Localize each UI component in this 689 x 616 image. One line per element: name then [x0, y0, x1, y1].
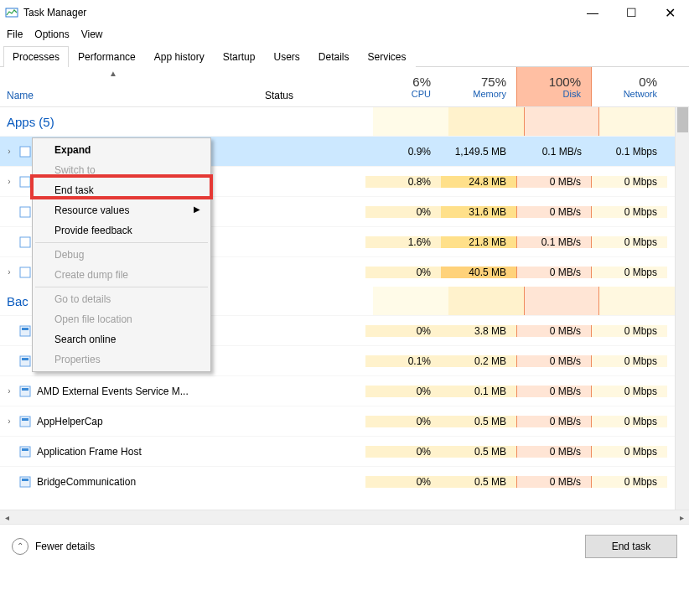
chevron-right-icon: › [5, 417, 13, 426]
cell-cpu: 0.8% [365, 176, 441, 188]
ctx-provide-feedback[interactable]: Provide feedback [34, 220, 209, 241]
cell-network: 0 Mbps [592, 267, 667, 278]
ctx-expand[interactable]: Expand [34, 140, 209, 160]
svg-rect-8 [20, 356, 30, 366]
menubar: File Options View [0, 25, 689, 45]
window-title: Task Manager [23, 7, 573, 18]
tab-performance[interactable]: Performance [69, 46, 145, 67]
column-status[interactable]: Status [262, 67, 365, 106]
ctx-resource-values[interactable]: Resource values ▶ [34, 200, 209, 220]
column-name[interactable]: Name [0, 67, 262, 106]
scroll-left-icon[interactable]: ◂ [0, 510, 14, 525]
tab-processes[interactable]: Processes [3, 46, 69, 67]
chevron-right-icon: › [5, 147, 13, 156]
menu-options[interactable]: Options [34, 28, 69, 40]
proc-icon [18, 355, 32, 368]
tab-bar: Processes Performance App history Startu… [0, 45, 689, 67]
sort-arrow-icon: ▲ [109, 69, 117, 78]
svg-rect-14 [20, 447, 30, 457]
cell-disk: 0 MB/s [516, 267, 592, 278]
svg-rect-4 [20, 237, 30, 247]
cell-memory: 0.5 MB [441, 476, 516, 488]
footer: ⌃ Fewer details End task [0, 524, 689, 567]
process-row[interactable]: BridgeCommunication0%0.5 MB0 MB/s0 Mbps [0, 466, 689, 496]
cell-memory: 0.5 MB [441, 416, 516, 427]
process-name: AMD External Events Service M... [37, 386, 189, 397]
svg-rect-5 [20, 267, 30, 277]
cell-memory: 0.2 MB [441, 355, 516, 367]
process-name: BridgeCommunication [37, 476, 136, 488]
process-name: Application Frame Host [37, 446, 142, 458]
fewer-details-toggle[interactable]: ⌃ Fewer details [12, 538, 95, 555]
svg-rect-13 [22, 418, 28, 421]
minimize-button[interactable]: — [573, 0, 612, 25]
maximize-button[interactable]: ☐ [612, 0, 650, 25]
cell-disk: 0 MB/s [516, 176, 592, 188]
ctx-separator [35, 287, 208, 287]
process-row[interactable]: ›AMD External Events Service M...0%0.1 M… [0, 375, 689, 406]
tab-services[interactable]: Services [359, 46, 416, 67]
ctx-search-online[interactable]: Search online [34, 329, 209, 349]
proc-icon [18, 266, 32, 279]
tab-app-history[interactable]: App history [145, 46, 214, 67]
cell-cpu: 0.9% [365, 146, 441, 158]
cell-network: 0 Mbps [592, 236, 667, 248]
ctx-end-task[interactable]: End task [34, 180, 209, 200]
cell-network: 0 Mbps [592, 325, 667, 337]
end-task-button[interactable]: End task [585, 535, 677, 558]
svg-rect-6 [20, 326, 30, 336]
process-row[interactable]: ›AppHelperCap0%0.5 MB0 MB/s0 Mbps [0, 406, 689, 436]
cell-network: 0 Mbps [592, 176, 667, 188]
cell-memory: 31.6 MB [441, 206, 516, 218]
process-row[interactable]: Application Frame Host0%0.5 MB0 MB/s0 Mb… [0, 436, 689, 466]
process-list: Apps (5) ›0.9%1,149.5 MB0.1 MB/s0.1 Mbps… [0, 107, 689, 510]
cell-cpu: 0% [365, 476, 441, 488]
cell-network: 0 Mbps [592, 446, 667, 458]
cell-cpu: 0% [365, 446, 441, 458]
menu-view[interactable]: View [81, 28, 103, 40]
cell-cpu: 0% [365, 325, 441, 337]
column-disk[interactable]: 100% Disk [516, 67, 592, 106]
ctx-properties: Properties [34, 349, 209, 370]
svg-rect-10 [20, 386, 30, 396]
scroll-right-icon[interactable]: ▸ [675, 510, 689, 525]
menu-file[interactable]: File [7, 28, 23, 40]
cell-cpu: 0.1% [365, 355, 441, 367]
tab-users[interactable]: Users [264, 46, 308, 67]
cell-network: 0 Mbps [592, 386, 667, 397]
column-memory[interactable]: 75% Memory [441, 67, 516, 106]
proc-icon [18, 175, 32, 189]
cell-cpu: 0% [365, 267, 441, 278]
task-manager-icon [5, 6, 18, 19]
tab-startup[interactable]: Startup [214, 46, 265, 67]
cell-cpu: 0% [365, 416, 441, 427]
ctx-switch-to: Switch to [34, 160, 209, 180]
service-icon [18, 385, 32, 398]
proc-icon [18, 145, 32, 158]
chevron-up-icon: ⌃ [12, 538, 28, 555]
tab-details[interactable]: Details [309, 46, 359, 67]
svg-rect-7 [22, 328, 28, 330]
cell-memory: 0.1 MB [441, 386, 516, 397]
cell-network: 0 Mbps [592, 416, 667, 427]
cell-disk: 0 MB/s [516, 206, 592, 218]
cell-network: 0 Mbps [592, 476, 667, 488]
cell-network: 0.1 Mbps [592, 146, 667, 158]
svg-rect-16 [20, 477, 30, 487]
cell-memory: 21.8 MB [441, 236, 516, 248]
scrollbar-vertical[interactable] [675, 107, 689, 510]
ctx-go-to-details: Go to details [34, 289, 209, 309]
column-network[interactable]: 0% Network [592, 67, 667, 106]
svg-rect-1 [20, 147, 30, 157]
scrollbar-horizontal[interactable]: ◂ ▸ [0, 510, 689, 524]
chevron-right-icon: › [5, 386, 13, 396]
cell-network: 0 Mbps [592, 206, 667, 218]
column-cpu[interactable]: 6% CPU [365, 67, 441, 106]
cell-memory: 3.8 MB [441, 325, 516, 337]
svg-rect-11 [22, 388, 28, 391]
cell-cpu: 0% [365, 386, 441, 397]
ctx-create-dump: Create dump file [34, 265, 209, 285]
close-button[interactable]: ✕ [650, 0, 689, 25]
cell-cpu: 1.6% [365, 236, 441, 248]
chevron-right-icon: ▶ [194, 204, 200, 214]
